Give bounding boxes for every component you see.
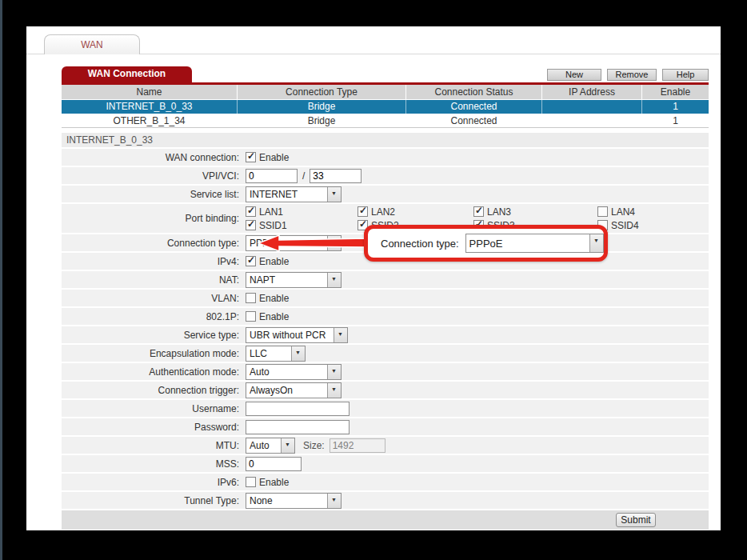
router-admin-page: WAN WAN Connection New Remove Help Name … xyxy=(26,26,721,530)
cell-ip xyxy=(542,100,642,114)
encapsulation-mode-select[interactable]: LLC xyxy=(246,346,306,362)
ipv6-enable-checkbox[interactable] xyxy=(246,477,256,487)
cell-name: INTERNET_B_0_33 xyxy=(62,100,238,114)
field-label: Password: xyxy=(62,422,246,433)
dropdown-arrow-icon[interactable] xyxy=(327,494,341,508)
mtu-size-input xyxy=(330,438,385,453)
select-value: LLC xyxy=(246,348,291,359)
field-label: Connection type: xyxy=(62,238,246,249)
select-value: PPPoE xyxy=(466,238,589,250)
lan3-checkbox[interactable] xyxy=(473,206,484,217)
mtu-select[interactable]: Auto xyxy=(246,438,295,454)
cell-name: OTHER_B_1_34 xyxy=(62,114,238,127)
field-label: IPv4: xyxy=(62,256,246,267)
dropdown-arrow-icon[interactable] xyxy=(291,346,305,361)
lan4-checkbox[interactable] xyxy=(597,206,608,217)
ssid1-checkbox[interactable] xyxy=(246,220,256,230)
field-label: VLAN: xyxy=(62,293,246,304)
cell-status: Connected xyxy=(406,114,542,127)
cell-ip xyxy=(542,114,642,127)
field-label: Encapsulation mode: xyxy=(62,348,246,359)
checkbox-label: Enable xyxy=(259,293,289,304)
wan-connection-enable-checkbox[interactable] xyxy=(246,152,256,162)
select-value: NAPT xyxy=(246,274,327,286)
password-input[interactable] xyxy=(246,420,350,434)
tab-wan[interactable]: WAN xyxy=(44,34,140,54)
field-label: 802.1P: xyxy=(62,311,246,322)
cell-enable: 1 xyxy=(642,100,709,114)
col-connection-status: Connection Status xyxy=(406,85,542,99)
table-header: Name Connection Type Connection Status I… xyxy=(62,85,709,99)
form-row-mtu: MTU: Auto Size: xyxy=(62,437,709,454)
checkbox-label: LAN3 xyxy=(487,206,511,218)
lan1-checkbox[interactable] xyxy=(246,206,256,217)
select-value: AlwaysOn xyxy=(246,385,327,396)
checkbox-label: SSID1 xyxy=(259,220,287,231)
cell-type: Bridge xyxy=(238,114,406,127)
checkbox-label: Enable xyxy=(259,256,289,267)
service-type-select[interactable]: UBR without PCR xyxy=(246,327,348,343)
connection-type-callout: Connection type: PPPoE xyxy=(364,225,608,262)
field-label: Username: xyxy=(62,403,246,414)
tunnel-type-select[interactable]: None xyxy=(246,493,342,509)
form-row-encapsulation-mode: Encapsulation mode: LLC xyxy=(62,345,709,362)
checkbox-label: Enable xyxy=(259,311,289,322)
top-tab-strip: WAN xyxy=(26,30,721,54)
checkbox-label: Enable xyxy=(259,152,289,163)
vlan-enable-checkbox[interactable] xyxy=(246,293,256,303)
form-row-ipv6: IPv6: Enable xyxy=(62,474,709,490)
new-button[interactable]: New xyxy=(547,69,601,81)
checkbox-label: LAN1 xyxy=(259,206,283,218)
form-row-connection-trigger: Connection trigger: AlwaysOn xyxy=(62,382,709,398)
ipv4-enable-checkbox[interactable] xyxy=(246,256,256,266)
checkbox-label: SSID4 xyxy=(611,220,639,231)
col-connection-type: Connection Type xyxy=(238,85,406,99)
vpi-input[interactable] xyxy=(246,169,298,183)
field-label: WAN connection: xyxy=(62,152,246,163)
username-input[interactable] xyxy=(246,402,350,416)
form-row-username: Username: xyxy=(62,400,709,417)
form-row-wan-connection: WAN connection: Enable xyxy=(62,149,709,166)
table-row[interactable]: OTHER_B_1_34 Bridge Connected 1 xyxy=(62,114,709,128)
dropdown-arrow-icon[interactable] xyxy=(327,365,341,379)
8021p-enable-checkbox[interactable] xyxy=(246,311,256,322)
table-row[interactable]: INTERNET_B_0_33 Bridge Connected 1 xyxy=(62,100,709,114)
cell-status: Connected xyxy=(406,100,542,114)
dropdown-arrow-icon[interactable] xyxy=(327,187,341,202)
vpi-vci-separator: / xyxy=(302,170,305,182)
remove-button[interactable]: Remove xyxy=(607,69,657,81)
connection-trigger-select[interactable]: AlwaysOn xyxy=(246,382,342,398)
checkbox-label: Enable xyxy=(259,477,289,488)
dropdown-arrow-icon xyxy=(589,234,603,252)
form-row-mss: MSS: xyxy=(62,455,709,472)
lan2-checkbox[interactable] xyxy=(358,206,368,217)
select-value: UBR without PCR xyxy=(246,330,334,341)
field-label: IPv6: xyxy=(62,477,246,488)
checkbox-label: LAN4 xyxy=(611,206,635,218)
form-footer: Submit xyxy=(62,510,709,530)
form-row-vpi-vci: VPI/VCI: / xyxy=(62,167,709,184)
table-action-buttons: New Remove Help xyxy=(547,69,709,81)
dropdown-arrow-icon[interactable] xyxy=(334,328,347,342)
dropdown-arrow-icon[interactable] xyxy=(327,383,341,398)
field-label: Authentication mode: xyxy=(62,366,246,378)
dropdown-arrow-icon[interactable] xyxy=(327,273,341,287)
col-name: Name xyxy=(62,85,238,99)
field-label: MSS: xyxy=(62,458,246,470)
nat-select[interactable]: NAPT xyxy=(246,272,342,288)
help-button[interactable]: Help xyxy=(662,69,709,81)
callout-connection-type-select: PPPoE xyxy=(465,234,604,253)
form-row-service-type: Service type: UBR without PCR xyxy=(62,326,709,343)
authentication-mode-select[interactable]: Auto xyxy=(246,364,342,380)
dropdown-arrow-icon[interactable] xyxy=(281,438,294,453)
field-label: NAT: xyxy=(62,274,246,286)
submit-button[interactable]: Submit xyxy=(616,513,656,527)
service-list-select[interactable]: INTERNET xyxy=(246,186,342,202)
mss-input[interactable] xyxy=(246,457,302,471)
field-label: Tunnel Type: xyxy=(62,495,246,506)
vci-input[interactable] xyxy=(310,169,362,183)
checkbox-label: LAN2 xyxy=(371,206,395,218)
callout-arrow-icon xyxy=(257,234,369,253)
mtu-size-label: Size: xyxy=(303,440,325,451)
form-row-password: Password: xyxy=(62,418,709,435)
